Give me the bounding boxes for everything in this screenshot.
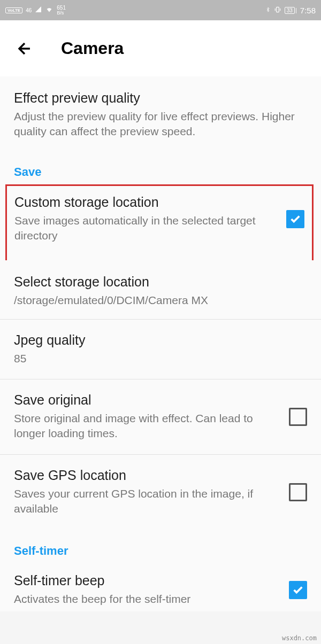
setting-custom-storage[interactable]: Custom storage location Save images auto… [5, 184, 314, 261]
data-unit: B/s [57, 11, 66, 15]
battery-percent: 33 [285, 7, 295, 14]
battery-bracket: | [295, 7, 297, 13]
setting-title: Custom storage location [14, 195, 278, 210]
settings-list: Effect preview quality Adjust the previe… [0, 76, 321, 611]
section-header-save: Save [0, 150, 321, 184]
setting-desc: Save images automatically in the selecte… [14, 213, 278, 244]
back-button[interactable] [15, 39, 34, 58]
vibrate-icon [274, 6, 281, 15]
volte-badge: VoLTE [5, 7, 22, 13]
svg-rect-0 [276, 7, 279, 12]
setting-title: Save GPS location [14, 468, 280, 483]
setting-title: Save original [14, 392, 280, 408]
setting-value: 85 [14, 351, 307, 366]
data-rate: 651 [57, 5, 66, 11]
setting-save-gps[interactable]: Save GPS location Saves your current GPS… [0, 455, 321, 530]
status-bar: VoLTE 46 651 B/s 33 | 7:58 [0, 0, 321, 20]
setting-desc: Saves your current GPS location in the i… [14, 486, 280, 517]
check-icon [289, 213, 301, 225]
clock: 7:58 [300, 6, 316, 15]
check-icon [292, 584, 304, 596]
setting-selftimer-beep[interactable]: Self-timer beep Activates the beep for t… [0, 563, 321, 611]
setting-title: Jpeg quality [14, 332, 307, 348]
checkbox-selftimer-beep[interactable] [289, 581, 307, 599]
battery-block: 33 | [285, 7, 297, 14]
setting-effect-preview[interactable]: Effect preview quality Adjust the previe… [0, 76, 321, 150]
app-bar: Camera [0, 20, 321, 76]
checkbox-save-original[interactable] [289, 408, 307, 426]
checkbox-save-gps[interactable] [289, 483, 307, 501]
setting-title: Effect preview quality [14, 90, 307, 106]
setting-jpeg-quality[interactable]: Jpeg quality 85 [0, 320, 321, 379]
back-arrow-icon [16, 40, 34, 58]
page-title: Camera [61, 38, 124, 58]
setting-select-storage[interactable]: Select storage location /storage/emulate… [0, 260, 321, 319]
data-rate-block: 651 B/s [57, 5, 66, 15]
section-header-selftimer: Self-timer [0, 529, 321, 563]
checkbox-custom-storage[interactable] [286, 210, 304, 228]
signal-icon [35, 6, 42, 14]
setting-title: Self-timer beep [14, 573, 280, 588]
setting-desc: Activates the beep for the self-timer [14, 592, 280, 607]
status-left: VoLTE 46 651 B/s [5, 5, 66, 15]
setting-desc: Adjust the preview quality for live effe… [14, 109, 307, 139]
signal-strength: 46 [26, 7, 32, 13]
watermark: wsxdn.com [282, 634, 317, 642]
setting-desc: /storage/emulated/0/DCIM/Camera MX [14, 293, 307, 308]
setting-title: Select storage location [14, 274, 307, 290]
setting-save-original[interactable]: Save original Store original and image w… [0, 379, 321, 455]
setting-desc: Store original and image with effect. Ca… [14, 411, 280, 441]
wifi-icon [45, 6, 54, 14]
status-right: 33 | 7:58 [265, 6, 316, 15]
bluetooth-icon [265, 6, 271, 15]
